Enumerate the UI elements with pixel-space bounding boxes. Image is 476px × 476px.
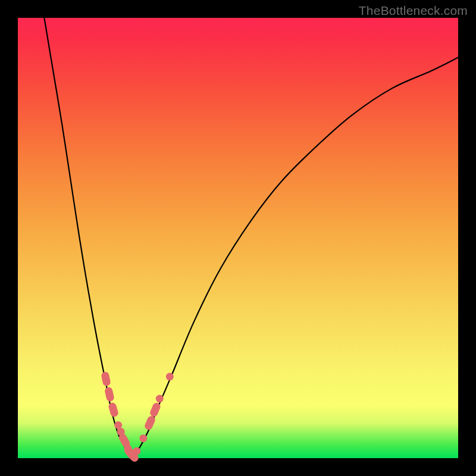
data-point bbox=[114, 421, 122, 429]
chart-frame: TheBottleneck.com bbox=[0, 0, 476, 476]
data-markers bbox=[101, 371, 174, 464]
plot-area bbox=[18, 18, 458, 458]
data-point bbox=[139, 434, 147, 442]
data-point bbox=[156, 395, 164, 403]
curve-left-branch bbox=[44, 18, 132, 456]
data-point-pill bbox=[101, 371, 111, 387]
data-point bbox=[166, 373, 174, 381]
data-point-pill bbox=[104, 387, 115, 402]
curve-right-branch bbox=[132, 58, 458, 456]
data-point bbox=[133, 447, 140, 455]
chart-svg bbox=[18, 18, 458, 458]
watermark-text: TheBottleneck.com bbox=[359, 4, 468, 18]
